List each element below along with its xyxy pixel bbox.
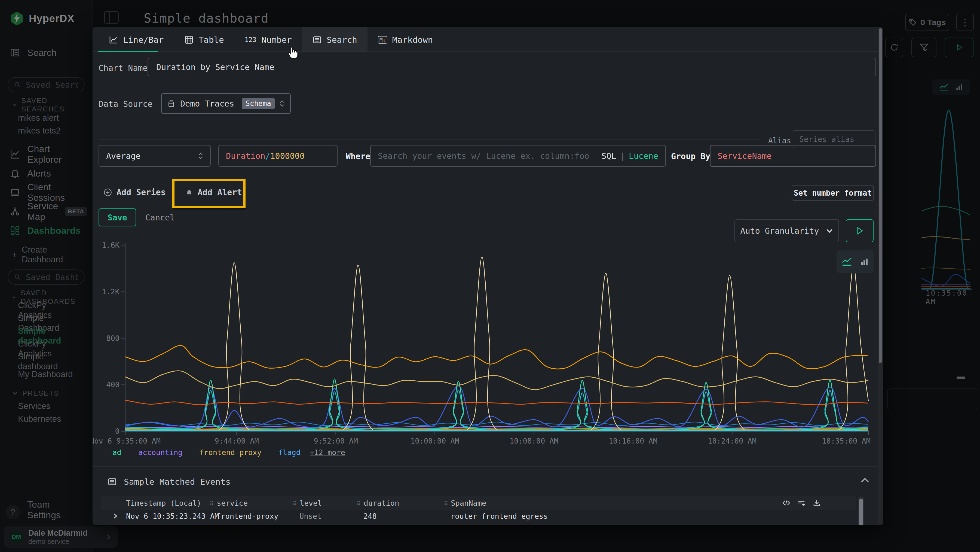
x-axis-label: 10:08:00 AM [510,437,558,445]
col-service[interactable]: ⠿service [210,499,248,507]
legend-item[interactable]: —accounting [130,448,183,457]
drag-handle-icon[interactable]: ⠿ [444,500,448,507]
chart-series-accounting [125,426,869,428]
legend-more-link[interactable]: +12 more [310,448,345,457]
bell-icon [185,188,193,196]
play-icon [855,226,864,235]
where-field[interactable]: SQL | Lucene [370,145,666,167]
data-source-select[interactable]: Demo Traces Schema [161,93,291,114]
tab-number[interactable]: 123 Number [234,27,302,52]
hyperdx-app: HyperDX Search SAVED SEARCHES mikes aler… [0,0,980,552]
field-expression-input[interactable]: Duration/1000000 [218,145,337,167]
events-scrollbar-thumb[interactable] [859,499,863,525]
duration-chart[interactable]: 04008001.2K1.6KNov 6 9:35:00 AM9:44:00 A… [102,240,874,439]
where-label: Where [346,152,370,161]
chart-series-series-deep-orange [125,400,869,405]
chart-series-frontend-proxy [125,371,869,389]
run-query-button[interactable] [846,219,873,242]
line-chart-icon [841,256,853,267]
drag-handle-icon[interactable]: ⠿ [293,500,297,507]
legend-item[interactable]: —ad [105,448,121,457]
chart-series-series-orange [125,346,869,369]
legend-item[interactable]: —flagd [270,448,301,457]
expand-row-icon[interactable] [112,513,119,519]
number-123-icon: 123 [245,36,256,44]
x-axis-label: 10:35:00 AM [822,437,870,445]
y-axis-label: 1.6K [102,241,120,249]
tab-table[interactable]: Table [174,27,234,52]
search-list-icon [312,35,322,45]
group-by-field[interactable]: ServiceName [710,145,876,167]
y-axis-label: 0 [115,427,119,436]
add-alert-button[interactable]: Add Alert [185,187,242,197]
table-icon [184,35,194,45]
tab-line-bar[interactable]: Line/Bar [98,27,174,52]
sql-mode-toggle[interactable]: SQL [601,151,616,161]
chart-name-input[interactable] [156,62,867,72]
schema-badge[interactable]: Schema [242,98,275,109]
bar-chart-icon [859,257,869,266]
set-number-format-button[interactable]: Set number format [792,185,874,201]
chart-series-ad [125,379,869,431]
x-axis-label: 10:00:00 AM [410,437,459,445]
alias-label: Alias [768,136,791,145]
chart-series-series-cyan-spikes [125,390,869,429]
col-timestamp[interactable]: Timestamp (Local) [126,499,201,507]
line-chart-icon [108,35,118,45]
drag-handle-icon[interactable]: ⠿ [210,500,214,507]
events-table-header: Timestamp (Local) ⠿service ⠿level ⠿durat… [101,496,856,510]
aggregation-select[interactable]: Average [99,145,211,167]
save-button[interactable]: Save [99,209,136,227]
x-axis-label: 10:24:00 AM [708,437,757,445]
download-icon[interactable] [813,499,821,507]
database-icon [167,99,175,108]
y-axis-label: 800 [106,334,119,343]
column-settings-icon[interactable] [797,499,805,507]
cancel-button[interactable]: Cancel [144,209,176,227]
x-axis-label: 9:44:00 AM [215,437,259,445]
legend-item[interactable]: —frontend-proxy [192,448,262,457]
plus-circle-icon [103,188,112,197]
divider [92,466,883,467]
modal-scrollbar [878,27,883,525]
events-scrollbar [858,496,864,525]
chart-name-field[interactable] [148,58,876,76]
x-axis-label: 10:16:00 AM [609,437,657,445]
active-tab-indicator [98,51,158,52]
code-icon[interactable] [782,499,790,507]
lucene-mode-toggle[interactable]: Lucene [629,151,658,161]
chart-type-tabs: Line/Bar Table 123 Number Search M↓ [92,27,883,52]
chart-type-toggle[interactable] [837,250,873,273]
y-axis-label: 400 [106,380,119,389]
x-axis-label: 9:52:00 AM [313,437,358,445]
markdown-icon: M↓ [378,36,387,44]
y-axis-label: 1.2K [102,287,120,296]
modal-scrollbar-thumb[interactable] [879,28,882,363]
event-row[interactable]: Nov 6 10:35:23.243 AM frontend-proxy Uns… [101,522,856,525]
collapse-events-button[interactable] [860,477,869,483]
alias-input[interactable] [799,135,869,144]
chart-series-series-cream-spikes [125,257,869,431]
chevron-down-icon [826,228,833,233]
select-chevrons-icon [280,100,285,107]
col-level[interactable]: ⠿level [293,499,322,507]
tab-markdown[interactable]: M↓ Markdown [368,27,443,52]
add-series-button[interactable]: Add Series [103,187,166,197]
select-chevrons-icon [198,153,203,159]
tab-search[interactable]: Search [302,27,368,52]
divider [99,139,761,139]
col-spanname[interactable]: ⠿SpanName [444,499,486,507]
where-input[interactable] [378,151,598,161]
x-axis-label: Nov 6 9:35:00 AM [92,437,161,445]
group-by-label: Group By [671,152,711,161]
chart-legend: —ad —accounting —frontend-proxy —flagd +… [105,448,345,457]
drag-handle-icon[interactable]: ⠿ [356,500,361,507]
edit-chart-modal: Line/Bar Table 123 Number Search M↓ [92,27,883,525]
events-list-icon [108,477,117,487]
chart-name-label: Chart Name [99,63,148,73]
data-source-value: Demo Traces [180,99,237,108]
col-duration[interactable]: ⠿duration [356,499,399,507]
sample-events-header: Sample Matched Events [108,477,231,487]
granularity-select[interactable]: Auto Granularity [735,219,839,242]
event-row[interactable]: Nov 6 10:35:23.243 AM frontend-proxy Uns… [101,510,856,522]
